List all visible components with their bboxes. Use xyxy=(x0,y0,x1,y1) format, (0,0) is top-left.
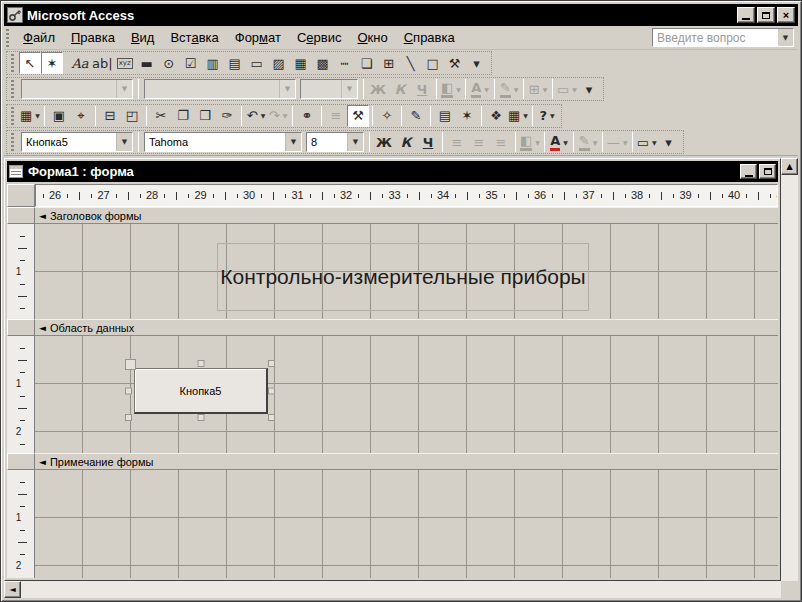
menu-item-file[interactable]: Файл xyxy=(15,27,63,48)
save-button[interactable]: ▣ xyxy=(48,105,70,127)
chevron-down-icon[interactable]: ▼ xyxy=(778,29,793,46)
toolbar-drag-handle[interactable] xyxy=(11,54,16,72)
paste-button[interactable]: ❒ xyxy=(194,105,216,127)
special-effect-button[interactable]: ▭▼ xyxy=(636,131,658,153)
bold-button[interactable]: Ж xyxy=(373,131,395,153)
undo-button[interactable]: ↶▼ xyxy=(245,105,267,127)
copy-button[interactable]: ❐ xyxy=(172,105,194,127)
font-color-button[interactable]: А▼ xyxy=(469,78,491,100)
page-break-button[interactable]: ┉ xyxy=(334,52,356,74)
check-box-button[interactable]: ☑ xyxy=(180,52,202,74)
command-button-knopka5[interactable]: Кнопка5 xyxy=(134,368,268,414)
font-combo[interactable]: Tahoma▼ xyxy=(144,132,302,152)
subform-subreport-button[interactable]: ⊞ xyxy=(378,52,400,74)
menu-item-format[interactable]: Формат xyxy=(227,27,289,48)
image-button[interactable]: ▨ xyxy=(268,52,290,74)
chevron-down-icon[interactable]: ▼ xyxy=(543,86,548,93)
font-size-combo[interactable]: ▼ xyxy=(300,79,358,99)
align-left-button[interactable]: ≡ xyxy=(446,131,468,153)
font-color-button[interactable]: А▼ xyxy=(548,131,570,153)
close-button[interactable]: × xyxy=(777,7,795,23)
selection-handle-bl[interactable] xyxy=(125,414,132,421)
chevron-down-icon[interactable]: ▼ xyxy=(535,139,540,146)
ask-question-combo[interactable]: Введите вопрос ▼ xyxy=(652,28,794,47)
chevron-down-icon[interactable]: ▼ xyxy=(514,86,519,93)
toolbar-drag-handle[interactable] xyxy=(11,80,16,98)
more-controls-button[interactable]: ⚒ xyxy=(444,52,466,74)
special-effect-button[interactable]: ▭▼ xyxy=(556,78,578,100)
toolbar-options-button[interactable]: ▾ xyxy=(658,131,680,153)
view-button[interactable]: ▦▼ xyxy=(19,105,41,127)
menu-item-window[interactable]: Окно xyxy=(349,27,395,48)
chevron-down-icon[interactable]: ▼ xyxy=(523,112,528,119)
help-button[interactable]: ?▼ xyxy=(536,105,558,127)
build-button[interactable]: ✶ xyxy=(456,105,478,127)
toggle-button-button[interactable]: ▬ xyxy=(136,52,158,74)
object-combo[interactable]: ▼ xyxy=(21,79,133,99)
chevron-down-icon[interactable]: ▼ xyxy=(347,133,363,151)
selection-handle-b[interactable] xyxy=(197,414,204,421)
print-button[interactable]: ⊟ xyxy=(99,105,121,127)
label-button[interactable]: Aa xyxy=(69,52,91,74)
rectangle-button[interactable]: □ xyxy=(422,52,444,74)
line-color-button[interactable]: ✎▼ xyxy=(498,78,520,100)
selection-handle-br[interactable] xyxy=(268,414,275,421)
vertical-ruler[interactable]: 12 xyxy=(7,470,35,578)
menu-item-insert[interactable]: Вставка xyxy=(162,27,226,48)
menu-item-edit[interactable]: Правка xyxy=(63,27,123,48)
code-button[interactable]: ✎ xyxy=(405,105,427,127)
redo-button[interactable]: ↷▼ xyxy=(267,105,289,127)
toolbox-button[interactable]: ⚒ xyxy=(347,105,369,127)
unbound-object-frame-button[interactable]: ▦ xyxy=(290,52,312,74)
fill-color-button[interactable]: ◧▼ xyxy=(519,131,541,153)
horizontal-ruler[interactable]: 26272829303132333435363738394041 xyxy=(35,184,778,207)
font-size-combo[interactable]: 8▼ xyxy=(306,132,364,152)
underline-button[interactable]: Ч xyxy=(411,78,433,100)
vertical-ruler[interactable]: 12 xyxy=(7,336,35,453)
option-button-button[interactable]: ⊙ xyxy=(158,52,180,74)
chevron-down-icon[interactable]: ▼ xyxy=(285,133,301,151)
chevron-down-icon[interactable]: ▼ xyxy=(563,139,568,146)
restore-button[interactable] xyxy=(757,7,775,23)
section-grid-detail[interactable]: Кнопка5 xyxy=(35,336,778,453)
underline-button[interactable]: Ч xyxy=(417,131,439,153)
selection-handle-l[interactable] xyxy=(125,387,132,394)
section-bar-form-header[interactable]: ◄Заголовок формы xyxy=(35,207,778,224)
selection-handle-t[interactable] xyxy=(197,360,204,367)
menu-item-tools[interactable]: Сервис xyxy=(289,27,350,48)
chevron-down-icon[interactable]: ▼ xyxy=(572,86,577,93)
section-grid-form-footer[interactable] xyxy=(35,470,778,578)
control-wizards-button[interactable]: ✶ xyxy=(41,52,63,74)
scroll-left-button[interactable]: ◄ xyxy=(4,581,21,598)
autoformat-button[interactable]: ✧ xyxy=(376,105,398,127)
vertical-ruler[interactable]: 1 xyxy=(7,224,35,319)
chevron-down-icon[interactable]: ▼ xyxy=(116,80,132,98)
vertical-scrollbar[interactable]: ▲ xyxy=(781,158,798,581)
line-button[interactable]: ╲ xyxy=(400,52,422,74)
align-center-button[interactable]: ≡ xyxy=(468,131,490,153)
chevron-down-icon[interactable]: ▼ xyxy=(341,80,357,98)
form-title-bar[interactable]: Форма1 : форма xyxy=(7,161,778,182)
bound-object-frame-button[interactable]: ▩ xyxy=(312,52,334,74)
toolbar-options-button[interactable]: ▾ xyxy=(578,78,600,100)
cut-button[interactable]: ✂ xyxy=(150,105,172,127)
chevron-down-icon[interactable]: ▼ xyxy=(283,112,288,119)
chevron-down-icon[interactable]: ▼ xyxy=(456,86,461,93)
selection-handle-tl[interactable] xyxy=(125,359,136,370)
form-header-label[interactable]: Контрольно-измерительные приборы xyxy=(217,243,589,311)
chevron-down-icon[interactable]: ▼ xyxy=(116,133,132,151)
new-object-button[interactable]: ▦▼ xyxy=(507,105,529,127)
combo-box-button[interactable]: ▥ xyxy=(202,52,224,74)
toolbar-drag-handle[interactable] xyxy=(6,29,11,47)
align-right-button[interactable]: ≡ xyxy=(490,131,512,153)
gridlines-button[interactable]: ⊞▼ xyxy=(527,78,549,100)
tab-control-button[interactable]: ❏ xyxy=(356,52,378,74)
section-grid-form-header[interactable]: Контрольно-измерительные приборы xyxy=(35,224,778,319)
form-minimize-button[interactable] xyxy=(740,164,757,179)
selection-handle-tr[interactable] xyxy=(268,360,275,367)
chevron-down-icon[interactable]: ▼ xyxy=(652,139,657,146)
toolbar-drag-handle[interactable] xyxy=(11,133,16,151)
fill-color-button[interactable]: ◧▼ xyxy=(440,78,462,100)
chevron-down-icon[interactable]: ▼ xyxy=(484,86,489,93)
bold-button[interactable]: Ж xyxy=(367,78,389,100)
